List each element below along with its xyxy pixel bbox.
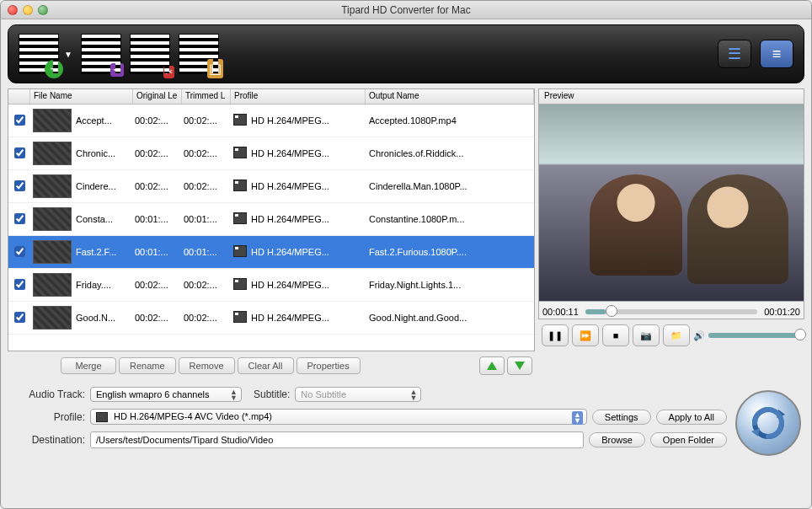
original-length: 00:01:... (133, 214, 182, 224)
view-list-button[interactable]: ≡ (760, 40, 793, 68)
updown-icon: ▲▼ (572, 411, 583, 425)
properties-button[interactable]: Properties (296, 357, 361, 374)
table-row[interactable]: Chronic...00:02:...00:02:...HD H.264/MPE… (8, 137, 534, 170)
view-detail-button[interactable]: ☰ (718, 40, 751, 68)
pause-button[interactable]: ❚❚ (542, 324, 569, 346)
step-forward-button[interactable]: ⏩ (572, 324, 599, 346)
apply-to-all-button[interactable]: Apply to All (656, 410, 727, 425)
profile-icon (233, 311, 247, 323)
browse-button[interactable]: Browse (589, 432, 645, 447)
clear-all-button[interactable]: Clear All (238, 357, 294, 374)
trimmed-length: 00:02:... (182, 148, 231, 158)
add-file-button[interactable]: + (19, 34, 59, 74)
table-row[interactable]: Friday....00:02:...00:02:...HD H.264/MPE… (8, 269, 534, 302)
scissors-icon: ✂ (163, 66, 174, 78)
trimmed-length: 00:02:... (182, 280, 231, 290)
output-name: Accepted.1080P.mp4 (366, 115, 534, 126)
original-length: 00:02:... (133, 181, 182, 191)
audio-track-select[interactable]: English wmapro 6 channels ▲▼ (90, 387, 242, 402)
updown-icon: ▲▼ (409, 389, 417, 401)
profile-label: Profile: (11, 411, 85, 423)
add-file-dropdown[interactable]: ▼ (64, 50, 72, 59)
row-checkbox[interactable] (14, 246, 25, 257)
profile-icon (233, 212, 247, 224)
file-name: Friday.... (74, 280, 133, 290)
preview-viewport[interactable] (538, 104, 804, 302)
profile-value: HD H.264/MPEG-4 AVC Video (*.mp4) (114, 411, 272, 421)
row-checkbox[interactable] (14, 180, 25, 191)
volume-slider[interactable] (708, 333, 801, 338)
table-row[interactable]: Consta...00:01:...00:01:...HD H.264/MPEG… (8, 203, 534, 236)
header-profile[interactable]: Profile (231, 89, 366, 104)
row-profile: HD H.264/MPEG... (249, 247, 366, 257)
thumbnail (33, 306, 72, 330)
column-headers: File Name Original Le Trimmed L Profile … (8, 89, 534, 104)
file-name: Cindere... (74, 181, 133, 191)
picture-icon: ▣ (207, 59, 223, 78)
preview-label: Preview (538, 88, 804, 104)
current-time: 00:00:11 (542, 307, 579, 317)
row-profile: HD H.264/MPEG... (249, 148, 366, 158)
file-name: Fast.2.F... (74, 247, 133, 257)
subtitle-value: No Subtitle (301, 389, 346, 399)
destination-input[interactable]: /Users/test/Documents/Tipard Studio/Vide… (90, 431, 584, 448)
header-trimmed-length[interactable]: Trimmed L (182, 89, 231, 104)
close-window-button[interactable] (8, 5, 18, 15)
profile-icon (233, 179, 247, 191)
subtitle-select[interactable]: No Subtitle ▲▼ (295, 387, 421, 402)
header-filename[interactable]: File Name (30, 89, 133, 104)
profile-icon (233, 245, 247, 257)
crop-button[interactable]: ▣ (179, 34, 219, 74)
convert-button[interactable] (735, 390, 801, 456)
row-checkbox[interactable] (14, 279, 25, 290)
main-toolbar: + ▼ ✦ ✂ ▣ ☰ ≡ (8, 24, 804, 83)
trimmed-length: 00:01:... (182, 214, 231, 224)
table-row[interactable]: Accept...00:02:...00:02:...HD H.264/MPEG… (8, 104, 534, 137)
settings-button[interactable]: Settings (592, 410, 651, 425)
move-up-button[interactable] (479, 356, 505, 375)
trimmed-length: 00:02:... (182, 181, 231, 191)
row-checkbox[interactable] (14, 312, 25, 323)
table-row[interactable]: Good.N...00:02:...00:02:...HD H.264/MPEG… (8, 302, 534, 335)
zoom-window-button[interactable] (38, 5, 48, 15)
table-row[interactable]: Fast.2.F...00:01:...00:01:...HD H.264/MP… (8, 236, 534, 269)
settings-form: Audio Track: English wmapro 6 channels ▲… (11, 387, 727, 456)
profile-icon (233, 114, 247, 126)
merge-button[interactable]: Merge (61, 357, 116, 374)
preview-frame (539, 104, 804, 301)
playback-controls: ❚❚ ⏩ ■ 📷 📁 🔊 (538, 319, 804, 351)
original-length: 00:02:... (133, 280, 182, 290)
row-checkbox[interactable] (14, 115, 25, 126)
table-row[interactable]: Cindere...00:02:...00:02:...HD H.264/MPE… (8, 170, 534, 203)
open-snapshot-folder-button[interactable]: 📁 (663, 324, 690, 346)
move-down-button[interactable] (507, 356, 532, 375)
row-profile: HD H.264/MPEG... (249, 280, 366, 290)
row-checkbox[interactable] (14, 213, 25, 224)
profile-select[interactable]: HD H.264/MPEG-4 AVC Video (*.mp4) ▲▼ (90, 409, 587, 425)
file-name: Good.N... (74, 313, 133, 323)
rename-button[interactable]: Rename (119, 357, 176, 374)
file-name: Consta... (74, 214, 133, 224)
convert-icon (750, 405, 787, 442)
window-title: Tipard HD Converter for Mac (1, 4, 811, 16)
remove-button[interactable]: Remove (179, 357, 235, 374)
audio-track-label: Audio Track: (11, 388, 85, 400)
camera-icon: 📷 (640, 330, 652, 341)
minimize-window-button[interactable] (23, 5, 33, 15)
row-checkbox[interactable] (14, 147, 25, 158)
volume-icon: 🔊 (693, 330, 705, 341)
arrow-up-icon (487, 362, 497, 370)
header-output-name[interactable]: Output Name (366, 89, 534, 104)
effect-button[interactable]: ✦ (81, 34, 121, 74)
trim-button[interactable]: ✂ (130, 34, 170, 74)
file-rows: Accept...00:02:...00:02:...HD H.264/MPEG… (8, 104, 534, 337)
thumbnail (33, 273, 72, 297)
open-folder-button[interactable]: Open Folder (650, 432, 727, 447)
seek-slider[interactable] (585, 309, 757, 314)
row-profile: HD H.264/MPEG... (249, 115, 366, 126)
header-original-length[interactable]: Original Le (133, 89, 182, 104)
output-name: Constantine.1080P.m... (366, 214, 534, 224)
file-list-panel: File Name Original Le Trimmed L Profile … (8, 88, 535, 351)
snapshot-button[interactable]: 📷 (633, 324, 660, 346)
stop-button[interactable]: ■ (602, 324, 629, 346)
